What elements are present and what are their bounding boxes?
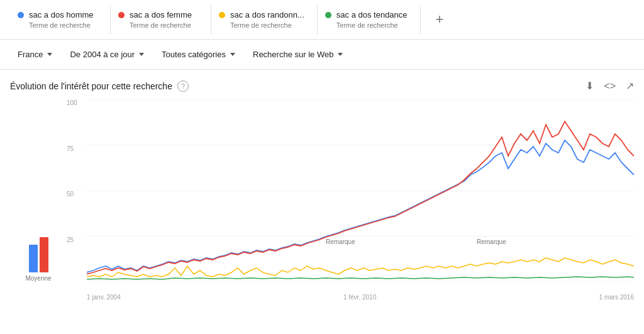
- chart-section: Évolution de l'intérêt pour cette recher…: [0, 70, 644, 301]
- term-1-text: sac a dos homme: [29, 10, 94, 19]
- chart-left-average: Moyenne: [10, 99, 67, 301]
- term-2-label-group: sac a dos femme: [118, 10, 198, 19]
- y-label-50: 50: [67, 191, 87, 198]
- x-label-2016: 1 mars 2016: [599, 294, 634, 301]
- code-icon[interactable]: <>: [604, 81, 616, 92]
- filter-country-chevron: [47, 53, 52, 56]
- term-2-dot: [118, 12, 125, 18]
- remarque-1: Remarque: [326, 238, 355, 245]
- term-1-dot: [18, 12, 24, 18]
- download-icon[interactable]: ⬇: [586, 80, 594, 92]
- chart-header: Évolution de l'intérêt pour cette recher…: [10, 80, 634, 92]
- add-term-button[interactable]: +: [421, 5, 459, 34]
- term-4-sublabel: Terme de recherche: [325, 21, 408, 29]
- remarque-2: Remarque: [477, 238, 506, 245]
- x-label-2010: 1 févr. 2010: [343, 294, 376, 301]
- chart-title-group: Évolution de l'intérêt pour cette recher…: [10, 81, 189, 92]
- filter-category-label: Toutes catégories: [162, 50, 226, 59]
- filter-bar: France De 2004 à ce jour Toutes catégori…: [0, 40, 644, 70]
- line-red: [87, 121, 634, 274]
- x-label-2004: 1 janv. 2004: [87, 294, 121, 301]
- term-4-label-group: sac a dos tendance: [325, 10, 408, 19]
- y-label-75: 75: [67, 145, 87, 152]
- term-4-text: sac a dos tendance: [336, 10, 408, 19]
- help-icon[interactable]: ?: [177, 81, 189, 92]
- filter-category-dropdown[interactable]: Toutes catégories: [154, 46, 243, 63]
- search-term-4[interactable]: sac a dos tendance Terme de recherche: [318, 5, 421, 34]
- x-axis-labels: 1 janv. 2004 1 févr. 2010 1 mars 2016: [87, 294, 634, 301]
- chart-container: Moyenne 100 75 50 25: [10, 99, 634, 301]
- avg-bars: [29, 222, 48, 272]
- search-terms-bar: sac a dos homme Terme de recherche sac a…: [0, 0, 644, 40]
- term-1-sublabel: Terme de recherche: [18, 21, 97, 29]
- term-3-sublabel: Terme de recherche: [219, 21, 304, 29]
- search-term-1[interactable]: sac a dos homme Terme de recherche: [10, 5, 111, 34]
- avg-bar-blue: [29, 245, 38, 272]
- term-3-label-group: sac a dos randonn...: [219, 10, 304, 19]
- y-axis-labels: 100 75 50 25: [67, 99, 87, 282]
- chart-svg: Remarque Remarque: [87, 99, 634, 282]
- term-3-dot: [219, 12, 225, 18]
- filter-period-dropdown[interactable]: De 2004 à ce jour: [62, 46, 152, 63]
- line-green: [87, 277, 634, 279]
- term-1-label-group: sac a dos homme: [18, 10, 97, 19]
- filter-country-label: France: [18, 50, 43, 59]
- chart-actions: ⬇ <> ↗: [586, 80, 634, 92]
- filter-period-label: De 2004 à ce jour: [70, 50, 135, 59]
- filter-search-label: Recherche sur le Web: [253, 50, 333, 59]
- y-label-25: 25: [67, 237, 87, 243]
- term-3-text: sac a dos randonn...: [230, 10, 304, 19]
- avg-label: Moyenne: [25, 275, 51, 282]
- chart-main: 100 75 50 25: [67, 99, 634, 301]
- term-4-dot: [325, 12, 331, 18]
- avg-bar-red: [40, 237, 48, 272]
- term-2-sublabel: Terme de recherche: [118, 21, 198, 29]
- filter-country-dropdown[interactable]: France: [10, 46, 60, 63]
- y-label-100: 100: [67, 99, 87, 106]
- line-blue: [87, 140, 634, 272]
- filter-period-chevron: [139, 53, 144, 56]
- filter-search-dropdown[interactable]: Recherche sur le Web: [245, 46, 350, 63]
- search-term-2[interactable]: sac a dos femme Terme de recherche: [111, 5, 211, 34]
- filter-search-chevron: [338, 53, 343, 56]
- chart-title: Évolution de l'intérêt pour cette recher…: [10, 81, 172, 91]
- filter-category-chevron: [230, 53, 235, 56]
- line-yellow: [87, 258, 634, 277]
- share-icon[interactable]: ↗: [626, 80, 634, 92]
- term-2-text: sac a dos femme: [130, 10, 192, 19]
- search-term-3[interactable]: sac a dos randonn... Terme de recherche: [211, 5, 318, 34]
